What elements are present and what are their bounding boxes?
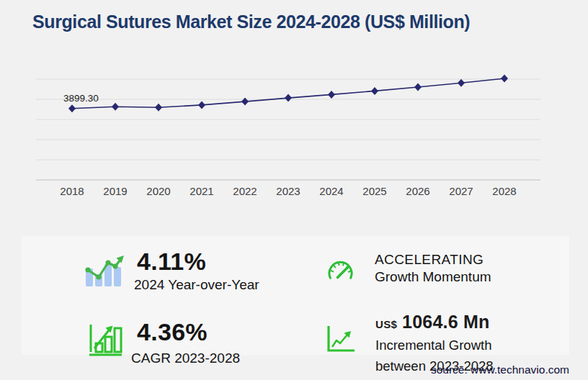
svg-text:2024: 2024 bbox=[319, 185, 343, 197]
incremental-value: 1064.6 Mn bbox=[402, 312, 489, 332]
line-growth-icon bbox=[327, 326, 355, 352]
currency-label: US$ bbox=[375, 318, 397, 330]
svg-text:2023: 2023 bbox=[276, 185, 300, 197]
svg-text:3899.30: 3899.30 bbox=[63, 93, 99, 104]
svg-text:2026: 2026 bbox=[406, 185, 429, 197]
incremental-line1: Incremental Growth bbox=[375, 337, 494, 353]
growth-bars-icon bbox=[89, 325, 125, 356]
yoy-label: 2024 Year-over-Year bbox=[134, 276, 259, 293]
yoy-value: 4.11% bbox=[137, 249, 259, 273]
source-attribution: source: www.technavio.com bbox=[431, 363, 569, 376]
stat-momentum: ACCELERATING Growth Momentum bbox=[375, 251, 491, 286]
chart-area: 3899.30201820192020202120222023202420252… bbox=[29, 68, 548, 205]
svg-text:2025: 2025 bbox=[362, 185, 386, 197]
cagr-label: CAGR 2023-2028 bbox=[131, 350, 240, 366]
momentum-line2: Growth Momentum bbox=[375, 268, 491, 286]
svg-text:2019: 2019 bbox=[103, 185, 127, 197]
incremental-value-line: US$ 1064.6 Mn bbox=[375, 312, 494, 332]
svg-text:2028: 2028 bbox=[492, 185, 516, 197]
svg-text:2022: 2022 bbox=[233, 185, 257, 197]
stat-yoy: 4.11% 2024 Year-over-Year bbox=[134, 249, 259, 293]
svg-text:2027: 2027 bbox=[449, 185, 473, 197]
cagr-value: 4.36% bbox=[137, 320, 240, 344]
svg-text:2021: 2021 bbox=[190, 185, 213, 197]
page-title: Surgical Sutures Market Size 2024-2028 (… bbox=[32, 12, 470, 32]
svg-text:2018: 2018 bbox=[60, 185, 84, 197]
svg-text:2020: 2020 bbox=[146, 185, 170, 197]
market-line-chart: 3899.30201820192020202120222023202420252… bbox=[29, 68, 548, 205]
bar-chart-trend-icon bbox=[84, 255, 125, 288]
stat-cagr: 4.36% CAGR 2023-2028 bbox=[131, 320, 240, 366]
speedometer-icon bbox=[325, 258, 356, 286]
momentum-line1: ACCELERATING bbox=[375, 251, 491, 268]
